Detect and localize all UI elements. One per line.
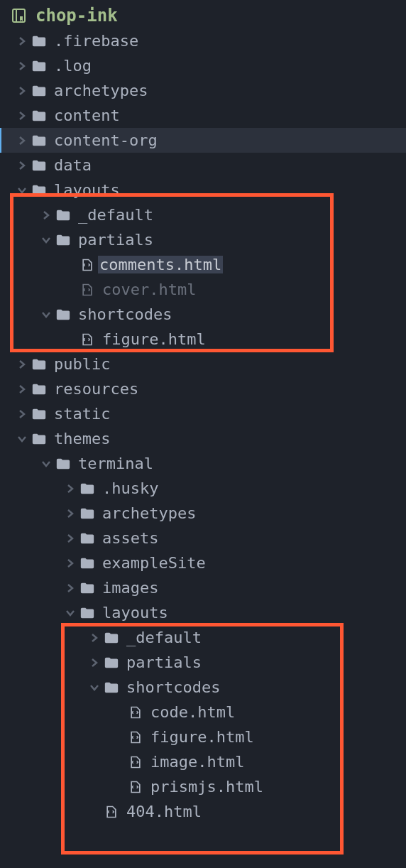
- tree-row[interactable]: shortcodes: [0, 302, 406, 327]
- tree-row[interactable]: layouts: [0, 178, 406, 202]
- folder-icon: [101, 630, 122, 646]
- file-tree: chop-ink .firebase.logarchetypescontentc…: [0, 0, 406, 824]
- tree-item-label: figure.html: [146, 728, 254, 746]
- tree-row[interactable]: static: [0, 401, 406, 426]
- tree-item-label: prismjs.html: [146, 778, 263, 796]
- chevron-right-icon[interactable]: [64, 484, 77, 494]
- tree-row[interactable]: _default: [0, 202, 406, 227]
- tree-row[interactable]: partials: [0, 650, 406, 675]
- file-code-icon: [125, 729, 146, 745]
- tree-row[interactable]: prismjs.html: [0, 774, 406, 799]
- folder-icon: [28, 183, 50, 198]
- folder-icon: [28, 83, 50, 99]
- tree-item-label: 404.html: [122, 803, 202, 820]
- folder-icon: [28, 406, 50, 422]
- tree-row[interactable]: .firebase: [0, 28, 406, 53]
- file-code-icon: [77, 257, 98, 273]
- chevron-right-icon[interactable]: [16, 359, 28, 369]
- chevron-right-icon[interactable]: [16, 61, 28, 71]
- tree-row[interactable]: _default: [0, 625, 406, 650]
- tree-item-label: figure.html: [98, 330, 206, 348]
- tree-row[interactable]: content: [0, 103, 406, 128]
- folder-icon: [101, 680, 122, 695]
- tree-item-label: cover.html: [98, 281, 196, 298]
- tree-row[interactable]: images: [0, 575, 406, 600]
- tree-item-label: layouts: [50, 181, 120, 199]
- tree-row[interactable]: archetypes: [0, 501, 406, 526]
- tree-item-label: comments.html: [98, 256, 223, 273]
- tree-row[interactable]: .husky: [0, 476, 406, 501]
- tree-row[interactable]: figure.html: [0, 725, 406, 749]
- tree-row[interactable]: data: [0, 153, 406, 178]
- chevron-right-icon[interactable]: [16, 136, 28, 146]
- tree-row[interactable]: archetypes: [0, 78, 406, 103]
- folder-icon: [28, 33, 50, 49]
- tree-root[interactable]: chop-ink: [0, 3, 406, 28]
- folder-icon: [77, 531, 98, 546]
- chevron-down-icon[interactable]: [64, 609, 77, 617]
- tree-row[interactable]: themes: [0, 426, 406, 451]
- tree-item-label: .husky: [98, 479, 158, 497]
- file-code-icon: [125, 705, 146, 720]
- tree-row[interactable]: exampleSite: [0, 550, 406, 575]
- chevron-down-icon[interactable]: [40, 311, 53, 318]
- tree-row[interactable]: comments.html: [0, 252, 406, 277]
- tree-item-label: terminal: [74, 455, 153, 472]
- file-code-icon: [101, 804, 122, 820]
- folder-icon: [53, 232, 74, 248]
- file-code-icon: [77, 332, 98, 347]
- folder-icon: [101, 655, 122, 671]
- chevron-down-icon[interactable]: [16, 435, 28, 443]
- tree-row[interactable]: layouts: [0, 600, 406, 625]
- chevron-right-icon[interactable]: [16, 86, 28, 96]
- file-code-icon: [77, 282, 98, 298]
- folder-icon: [77, 555, 98, 571]
- chevron-down-icon[interactable]: [40, 237, 53, 244]
- tree-row[interactable]: shortcodes: [0, 675, 406, 700]
- tree-row[interactable]: code.html: [0, 700, 406, 725]
- tree-row[interactable]: partials: [0, 227, 406, 252]
- chevron-down-icon[interactable]: [40, 460, 53, 467]
- folder-icon: [28, 381, 50, 397]
- tree-item-label: partials: [74, 231, 153, 249]
- chevron-down-icon[interactable]: [16, 187, 28, 194]
- chevron-right-icon[interactable]: [16, 161, 28, 170]
- tree-item-label: layouts: [98, 604, 168, 622]
- tree-item-label: image.html: [146, 753, 244, 771]
- tree-row[interactable]: cover.html: [0, 277, 406, 302]
- tree-row[interactable]: image.html: [0, 749, 406, 774]
- tree-row[interactable]: .log: [0, 53, 406, 78]
- chevron-right-icon[interactable]: [88, 658, 101, 668]
- tree-item-label: content: [50, 107, 120, 124]
- chevron-right-icon[interactable]: [64, 509, 77, 519]
- tree-row[interactable]: 404.html: [0, 799, 406, 824]
- chevron-right-icon[interactable]: [64, 583, 77, 593]
- chevron-down-icon[interactable]: [88, 684, 101, 691]
- chevron-right-icon[interactable]: [16, 409, 28, 419]
- chevron-right-icon[interactable]: [64, 533, 77, 543]
- tree-item-label: content-org: [50, 131, 158, 149]
- folder-icon: [77, 506, 98, 521]
- tree-row[interactable]: figure.html: [0, 327, 406, 352]
- root-label: chop-ink: [35, 6, 118, 26]
- tree-row[interactable]: terminal: [0, 451, 406, 476]
- tree-row[interactable]: content-org: [0, 128, 406, 153]
- folder-icon: [28, 108, 50, 124]
- folder-icon: [77, 580, 98, 596]
- tree-row[interactable]: assets: [0, 526, 406, 550]
- chevron-right-icon[interactable]: [64, 558, 77, 568]
- folder-icon: [53, 207, 74, 223]
- chevron-right-icon[interactable]: [16, 36, 28, 46]
- tree-row[interactable]: resources: [0, 376, 406, 401]
- book-icon: [11, 7, 28, 24]
- tree-item-label: .firebase: [50, 32, 138, 50]
- folder-icon: [28, 357, 50, 372]
- tree-item-label: static: [50, 405, 110, 423]
- tree-row[interactable]: public: [0, 352, 406, 376]
- chevron-right-icon[interactable]: [40, 210, 53, 220]
- folder-icon: [77, 605, 98, 621]
- chevron-right-icon[interactable]: [16, 111, 28, 121]
- chevron-right-icon[interactable]: [88, 633, 101, 643]
- tree-item-label: _default: [122, 629, 202, 646]
- chevron-right-icon[interactable]: [16, 384, 28, 394]
